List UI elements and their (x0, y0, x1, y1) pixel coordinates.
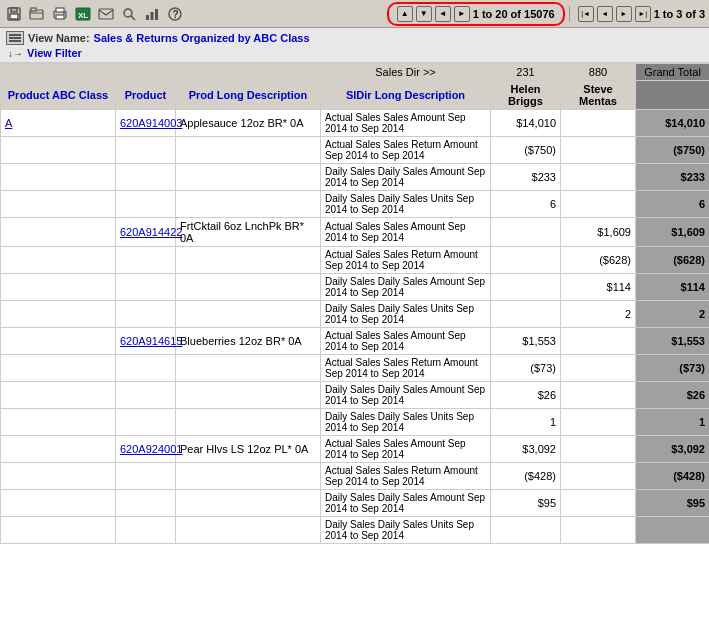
prod-desc-col-header[interactable]: Prod Long Description (176, 81, 321, 110)
excel-icon[interactable]: XL (73, 4, 93, 24)
abc-cell (1, 164, 116, 191)
col231-cell: 6 (491, 191, 561, 218)
svg-rect-11 (99, 9, 113, 19)
table-row: Daily Sales Daily Sales Units Sep 2014 t… (1, 517, 710, 544)
abc-cell (1, 301, 116, 328)
col231-cell: 1 (491, 409, 561, 436)
product-cell (116, 301, 176, 328)
save-icon[interactable] (4, 4, 24, 24)
svg-rect-21 (9, 40, 21, 42)
email-icon[interactable] (96, 4, 116, 24)
col880-cell: 2 (561, 301, 636, 328)
abc-cell: A (1, 110, 116, 137)
prev-page-btn[interactable]: ◄ (597, 6, 613, 22)
col231-cell (491, 517, 561, 544)
view-icon[interactable] (6, 31, 24, 45)
sldir-desc-cell: Daily Sales Daily Sales Amount Sep 2014 … (321, 274, 491, 301)
grand-total-header: Grand Total (636, 64, 710, 81)
grand-cell: $1,553 (636, 328, 710, 355)
col880-cell (561, 436, 636, 463)
svg-rect-14 (146, 15, 149, 20)
sldir-desc-cell: Actual Sales Sales Return Amount Sep 201… (321, 137, 491, 164)
product-cell (116, 355, 176, 382)
product-link[interactable]: 620A914003 (120, 117, 182, 129)
sldir-desc-cell: Actual Sales Sales Amount Sep 2014 to Se… (321, 218, 491, 247)
abc-cell (1, 247, 116, 274)
table-row: Daily Sales Daily Sales Units Sep 2014 t… (1, 191, 710, 218)
col231-cell: $3,092 (491, 436, 561, 463)
product-link[interactable]: 620A924001 (120, 443, 182, 455)
nav-right-btn[interactable]: ► (454, 6, 470, 22)
grand-cell: 2 (636, 301, 710, 328)
chart-icon[interactable] (142, 4, 162, 24)
next-page-btn[interactable]: ► (616, 6, 632, 22)
abc-cell (1, 218, 116, 247)
grand-cell: 1 (636, 409, 710, 436)
product-cell (116, 409, 176, 436)
sldir-desc-cell: Actual Sales Sales Amount Sep 2014 to Se… (321, 328, 491, 355)
view-filter-label[interactable]: View Filter (27, 47, 82, 59)
table-row: Actual Sales Sales Return Amount Sep 201… (1, 137, 710, 164)
prod-desc-cell (176, 301, 321, 328)
open-icon[interactable] (27, 4, 47, 24)
abc-col-header[interactable]: Product ABC Class (1, 81, 116, 110)
prod-desc-cell (176, 463, 321, 490)
nav-down-btn[interactable]: ▼ (416, 6, 432, 22)
table-row: Daily Sales Daily Sales Units Sep 2014 t… (1, 301, 710, 328)
svg-rect-4 (31, 8, 36, 11)
sldir-desc-cell: Actual Sales Sales Return Amount Sep 201… (321, 355, 491, 382)
grand-cell: $233 (636, 164, 710, 191)
grand-cell: $95 (636, 490, 710, 517)
prod-desc-cell (176, 382, 321, 409)
table-row: Actual Sales Sales Return Amount Sep 201… (1, 463, 710, 490)
header-row-1: Sales Dir >> 231 880 Grand Total (1, 64, 710, 81)
col880-cell (561, 355, 636, 382)
salesdir-header: Sales Dir >> (321, 64, 491, 81)
prod-desc-cell (176, 247, 321, 274)
empty-header-1 (1, 64, 321, 81)
grand-cell: 6 (636, 191, 710, 218)
grand-cell: $114 (636, 274, 710, 301)
product-col-header[interactable]: Product (116, 81, 176, 110)
svg-rect-1 (11, 8, 17, 12)
table-row: Daily Sales Daily Sales Amount Sep 2014 … (1, 274, 710, 301)
first-page-btn[interactable]: |◄ (578, 6, 594, 22)
table-row: Daily Sales Daily Sales Amount Sep 2014 … (1, 490, 710, 517)
grand-cell: $26 (636, 382, 710, 409)
nav-up-btn[interactable]: ▲ (397, 6, 413, 22)
sldir-desc-cell: Daily Sales Daily Sales Units Sep 2014 t… (321, 409, 491, 436)
grand-cell (636, 517, 710, 544)
col880-cell (561, 517, 636, 544)
col231-cell: $233 (491, 164, 561, 191)
grand-col-header (636, 81, 710, 110)
prod-desc-cell: Blueberries 12oz BR* 0A (176, 328, 321, 355)
product-cell: 620A914003 (116, 110, 176, 137)
abc-cell (1, 382, 116, 409)
grand-cell: ($73) (636, 355, 710, 382)
product-cell (116, 164, 176, 191)
search-icon[interactable] (119, 4, 139, 24)
prod-desc-cell (176, 409, 321, 436)
product-link[interactable]: 620A914615 (120, 335, 182, 347)
table-body: A620A914003Applesauce 12oz BR* 0AActual … (1, 110, 710, 544)
sldir-desc-cell: Daily Sales Daily Sales Units Sep 2014 t… (321, 191, 491, 218)
table-row: 620A924001Pear Hlvs LS 12oz PL* 0AActual… (1, 436, 710, 463)
product-link[interactable]: 620A914422 (120, 226, 182, 238)
col880-cell (561, 463, 636, 490)
nav-left-btn[interactable]: ◄ (435, 6, 451, 22)
product-cell (116, 247, 176, 274)
product-cell: 620A914422 (116, 218, 176, 247)
product-cell: 620A914615 (116, 328, 176, 355)
col880-cell: $1,609 (561, 218, 636, 247)
sldir-col-header[interactable]: SlDir Long Description (321, 81, 491, 110)
prod-desc-cell: FrtCktail 6oz LnchPk BR* 0A (176, 218, 321, 247)
prod-desc-cell (176, 517, 321, 544)
abc-link[interactable]: A (5, 117, 12, 129)
help-icon[interactable]: ? (165, 4, 185, 24)
last-page-btn[interactable]: ►| (635, 6, 651, 22)
abc-cell (1, 328, 116, 355)
table-row: 620A914422FrtCktail 6oz LnchPk BR* 0AAct… (1, 218, 710, 247)
print-icon[interactable] (50, 4, 70, 24)
col880-cell (561, 164, 636, 191)
sldir-desc-cell: Daily Sales Daily Sales Units Sep 2014 t… (321, 517, 491, 544)
